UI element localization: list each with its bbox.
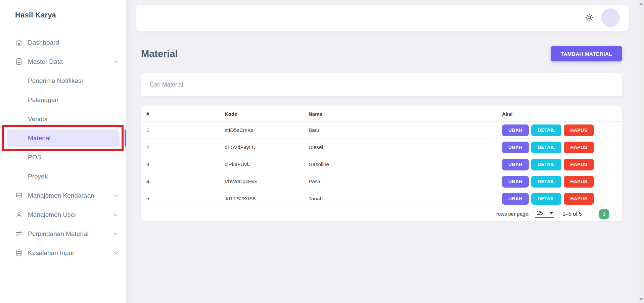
- sidebar-item-perpindahan-material[interactable]: Perpindahan Material: [0, 224, 126, 243]
- sidebar-item-label: POS: [28, 154, 41, 161]
- table-row: 5JdTTS2S0S8TanahUBAHDETAILHAPUS: [141, 190, 622, 207]
- ubah-button[interactable]: UBAH: [502, 142, 529, 153]
- scroll-down-arrow-icon[interactable]: [640, 298, 643, 301]
- cell-num: 1: [141, 127, 219, 133]
- row-actions: UBAHDETAILHAPUS: [497, 176, 622, 188]
- hapus-button[interactable]: HAPUS: [564, 124, 594, 136]
- cell-num: 5: [141, 196, 219, 202]
- sidebar-item-label: Proyek: [28, 173, 48, 180]
- cell-num: 3: [141, 161, 219, 167]
- sidebar-nav: DashboardMaster DataPenerima NotifikasiP…: [0, 33, 126, 262]
- tambah-material-button[interactable]: TAMBAH MATERIAL: [551, 46, 622, 61]
- page-title: Material: [141, 48, 178, 59]
- hapus-button[interactable]: HAPUS: [564, 142, 594, 153]
- user-icon: [15, 211, 23, 219]
- chevron-right-icon: [611, 210, 619, 218]
- pagination-range: 1–5 of 5: [562, 211, 582, 217]
- table-row: 2dE5VdF9yLDDieselUBAHDETAILHAPUS: [141, 139, 622, 156]
- chevron-down-icon: [113, 250, 119, 256]
- database-icon: [15, 58, 23, 66]
- sidebar-item-label: Kesalahan Input: [28, 249, 74, 257]
- row-actions: UBAHDETAILHAPUS: [497, 124, 622, 136]
- sidebar-item-label: Manajemen User: [28, 211, 77, 218]
- active-item-indicator: [125, 130, 126, 147]
- app-title: Hasil Karya: [15, 11, 56, 19]
- sidebar-item-pos[interactable]: POS: [0, 148, 126, 167]
- sidebar-item-pelanggan[interactable]: Pelanggan: [0, 90, 126, 109]
- detail-button[interactable]: DETAIL: [531, 159, 561, 170]
- chevron-down-icon: [113, 231, 119, 237]
- hapus-button[interactable]: HAPUS: [564, 193, 594, 205]
- chevron-down-icon: [113, 193, 119, 199]
- column-header-nama: Nama: [303, 111, 497, 117]
- sidebar-item-label: Material: [28, 135, 51, 142]
- sidebar-item-label: Master Data: [28, 58, 62, 65]
- column-header-aksi: Aksi: [497, 111, 622, 117]
- material-table: #KodeNamaAksi 1ztID5sCmKsBatuUBAHDETAILH…: [141, 106, 622, 221]
- ubah-button[interactable]: UBAH: [502, 193, 529, 205]
- table-row: 4VhWdCqkHvxPasirUBAHDETAILHAPUS: [141, 173, 622, 190]
- vertical-scrollbar[interactable]: [639, 0, 644, 303]
- cell-kode: VhWdCqkHvx: [219, 179, 303, 185]
- ubah-button[interactable]: UBAH: [502, 124, 529, 136]
- search-input[interactable]: [141, 73, 622, 96]
- detail-button[interactable]: DETAIL: [531, 176, 561, 188]
- sidebar-item-manajemen-user[interactable]: Manajemen User: [0, 205, 126, 224]
- avatar[interactable]: [601, 8, 620, 27]
- sidebar-item-master-data[interactable]: Master Data: [0, 52, 126, 71]
- detail-button[interactable]: DETAIL: [531, 193, 561, 205]
- active-item-highlight: [7, 130, 120, 147]
- sidebar-item-penerima-notifikasi[interactable]: Penerima Notifikasi: [0, 71, 126, 90]
- sidebar-item-label: Vendor: [28, 115, 48, 123]
- row-actions: UBAHDETAILHAPUS: [497, 159, 622, 170]
- sidebar-item-kesalahan-input[interactable]: Kesalahan Input: [0, 243, 126, 262]
- caret-down-icon: [549, 212, 553, 214]
- sidebar-item-manajemen-kendaraan[interactable]: Manajemen Kendaraan: [0, 186, 126, 205]
- sidebar-item-dashboard[interactable]: Dashboard: [0, 33, 126, 52]
- row-actions: UBAHDETAILHAPUS: [497, 193, 622, 205]
- theme-toggle-button[interactable]: [584, 13, 594, 23]
- cell-num: 4: [141, 179, 219, 185]
- home-icon: [15, 39, 23, 47]
- detail-button[interactable]: DETAIL: [531, 142, 561, 153]
- topbar: [136, 5, 629, 31]
- next-page-button[interactable]: [611, 210, 619, 218]
- column-header-kode: Kode: [219, 111, 303, 117]
- cell-kode: cjPk9FUvlJ: [219, 161, 303, 167]
- sidebar-item-vendor[interactable]: Vendor: [0, 109, 126, 129]
- chevron-down-icon: [113, 212, 119, 218]
- database-icon: [15, 249, 23, 257]
- sidebar-item-proyek[interactable]: Proyek: [0, 167, 126, 186]
- cell-nama: Gasoline: [303, 161, 497, 167]
- table-body: 1ztID5sCmKsBatuUBAHDETAILHAPUS2dE5VdF9yL…: [141, 122, 622, 207]
- sidebar-item-material[interactable]: Material: [0, 129, 126, 148]
- cell-nama: Pasir: [303, 179, 497, 185]
- table-row: 1ztID5sCmKsBatuUBAHDETAILHAPUS: [141, 122, 622, 139]
- rows-per-page-label: rows per page:: [496, 211, 530, 217]
- hapus-button[interactable]: HAPUS: [564, 176, 594, 188]
- search-card: [141, 73, 622, 96]
- sidebar-item-label: Manajemen Kendaraan: [28, 192, 94, 199]
- table-footer: rows per page: 25 1–5 of 5 1: [141, 207, 622, 220]
- row-actions: UBAHDETAILHAPUS: [497, 142, 622, 153]
- ubah-button[interactable]: UBAH: [502, 176, 529, 188]
- detail-button[interactable]: DETAIL: [531, 124, 561, 136]
- car-icon: [15, 192, 23, 200]
- cell-kode: JdTTS2S0S8: [219, 196, 303, 202]
- sidebar-item-label: Pelanggan: [28, 96, 58, 104]
- sidebar-item-label: Dashboard: [28, 39, 59, 46]
- ubah-button[interactable]: UBAH: [502, 159, 529, 170]
- cell-nama: Batu: [303, 127, 497, 133]
- rows-per-page-select[interactable]: 25: [535, 210, 554, 218]
- cell-nama: Diesel: [303, 144, 497, 150]
- previous-page-button[interactable]: [589, 210, 597, 218]
- chevron-up-icon: [113, 59, 119, 65]
- sidebar: Hasil Karya DashboardMaster DataPenerima…: [0, 0, 126, 303]
- rows-per-page-value: 25: [537, 210, 543, 216]
- page-header: Material TAMBAH MATERIAL: [141, 46, 622, 62]
- scroll-up-arrow-icon[interactable]: [640, 2, 643, 5]
- table-row: 3cjPk9FUvlJGasolineUBAHDETAILHAPUS: [141, 156, 622, 173]
- page-1-button[interactable]: 1: [599, 209, 609, 219]
- hapus-button[interactable]: HAPUS: [564, 159, 594, 170]
- sidebar-item-label: Perpindahan Material: [28, 230, 89, 238]
